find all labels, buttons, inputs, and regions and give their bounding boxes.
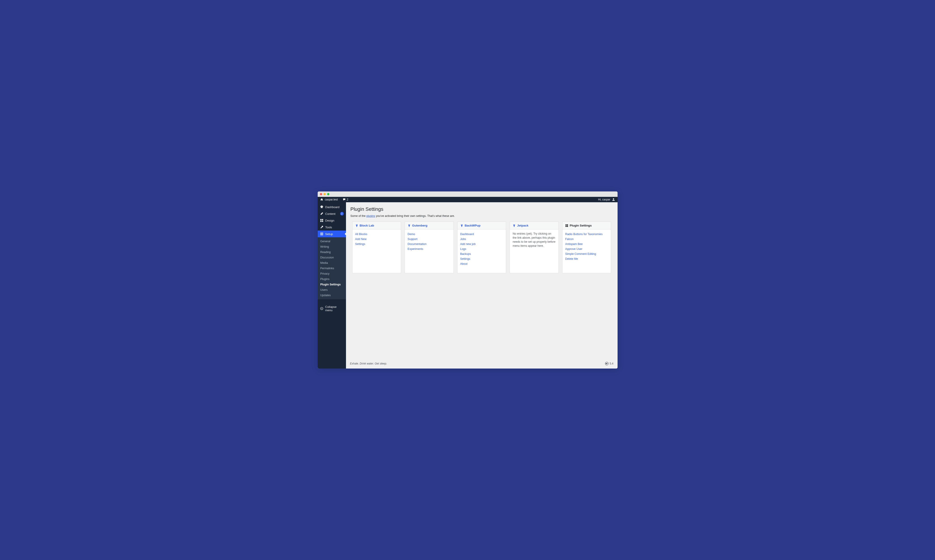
sidebar-item-content[interactable]: Content 2	[318, 210, 346, 217]
user-menu[interactable]: Hi, caspar	[598, 198, 615, 202]
comment-count: 2	[347, 198, 348, 201]
window: caspar.test 2 Hi, caspar	[318, 191, 618, 369]
card-header: Jetpack	[510, 222, 558, 229]
setup-submenu: General Writing Reading Discussion Media…	[318, 237, 346, 299]
minimize-icon[interactable]	[323, 193, 326, 195]
sliders-icon	[320, 232, 323, 236]
card-link[interactable]: Add new job	[460, 242, 503, 246]
svg-rect-4	[322, 221, 323, 222]
home-icon	[320, 198, 323, 202]
submenu-privacy[interactable]: Privacy	[318, 271, 346, 276]
content-area: Plugin Settings Some of the plugins you'…	[346, 202, 618, 369]
admin-bar: caspar.test 2 Hi, caspar	[318, 197, 618, 202]
card-link[interactable]: Jobs	[460, 237, 503, 242]
footer-version: 5.4	[605, 362, 613, 365]
svg-rect-12	[567, 226, 568, 227]
admin-footer: Exhale. Drink water. Get sleep. 5.4	[346, 360, 618, 369]
submenu-permalinks[interactable]: Permalinks	[318, 266, 346, 271]
svg-rect-10	[567, 224, 568, 225]
card-link[interactable]: Backups	[460, 251, 503, 256]
submenu-general[interactable]: General	[318, 238, 346, 244]
comments-link[interactable]: 2	[340, 197, 351, 202]
site-link[interactable]: caspar.test	[318, 197, 340, 202]
close-icon[interactable]	[320, 193, 322, 195]
svg-rect-6	[320, 234, 323, 234]
card-body: Radio Buttons for TaxonomiesFalconAntisp…	[562, 229, 611, 264]
wrench-icon	[320, 225, 323, 229]
plug-icon	[460, 224, 463, 227]
card-header: Plugin Settings	[562, 222, 611, 229]
card-link[interactable]: Support	[408, 237, 451, 242]
card-link[interactable]: Delete Me	[565, 256, 608, 262]
plugins-link[interactable]: plugins	[366, 214, 375, 217]
card-body: DemoSupportDocumentationExperiments	[405, 229, 453, 254]
submenu-plugin-settings[interactable]: Plugin Settings	[318, 282, 346, 287]
plug-icon	[408, 224, 411, 227]
card-link[interactable]: Settings	[355, 242, 398, 246]
sidebar-item-setup[interactable]: Setup	[318, 231, 346, 237]
card-header: BackWPup	[457, 222, 506, 229]
svg-rect-5	[320, 232, 323, 233]
card-title: Plugin Settings	[570, 224, 592, 227]
submenu-discussion[interactable]: Discussion	[318, 255, 346, 260]
card-link[interactable]: Settings	[460, 256, 503, 262]
card-link[interactable]: Dashboard	[460, 232, 503, 237]
footer-text: Exhale. Drink water. Get sleep.	[350, 362, 387, 365]
submenu-media[interactable]: Media	[318, 260, 346, 266]
card-link[interactable]: Documentation	[408, 242, 451, 246]
sidebar-item-label: Setup	[325, 232, 344, 236]
sidebar-item-label: Design	[325, 219, 344, 222]
admin-sidebar: Dashboard Content 2 Design	[318, 202, 346, 369]
submenu-users[interactable]: Users	[318, 287, 346, 292]
card-link[interactable]: About	[460, 262, 503, 266]
card: Block LabAll BlocksAdd NewSettings	[352, 222, 401, 273]
svg-rect-1	[320, 219, 322, 220]
sidebar-item-label: Tools	[325, 226, 344, 229]
card-title[interactable]: Block Lab	[360, 224, 374, 227]
card-link[interactable]: Antispam Bee	[565, 242, 608, 246]
card-link[interactable]: Logs	[460, 246, 503, 251]
card-empty-text: No entries (yet). Try clicking on the li…	[513, 232, 556, 248]
user-icon	[612, 198, 615, 202]
collapse-menu-button[interactable]: Collapse menu	[318, 303, 346, 315]
card-title[interactable]: Jetpack	[517, 224, 528, 227]
card-link[interactable]: All Blocks	[355, 232, 398, 237]
sidebar-item-design[interactable]: Design	[318, 217, 346, 224]
submenu-updates[interactable]: Updates	[318, 292, 346, 298]
card-title[interactable]: BackWPup	[465, 224, 481, 227]
card-title[interactable]: Gutenberg	[412, 224, 427, 227]
card-body: DashboardJobsAdd new jobLogsBackupsSetti…	[457, 229, 506, 269]
maximize-icon[interactable]	[327, 193, 330, 195]
plug-icon	[513, 224, 516, 227]
grid-icon	[320, 218, 323, 222]
card-link[interactable]: Add New	[355, 237, 398, 242]
sidebar-item-dashboard[interactable]: Dashboard	[318, 204, 346, 210]
page-title: Plugin Settings	[351, 206, 613, 212]
dashboard-icon	[320, 205, 323, 209]
sidebar-item-tools[interactable]: Tools	[318, 224, 346, 231]
svg-rect-7	[320, 235, 323, 235]
content-badge: 2	[340, 212, 344, 215]
plug-icon	[355, 224, 358, 227]
submenu-plugins[interactable]: Plugins	[318, 276, 346, 282]
card-link[interactable]: Experiments	[408, 246, 451, 251]
card-link[interactable]: Falcon	[565, 237, 608, 242]
submenu-writing[interactable]: Writing	[318, 244, 346, 249]
card-link[interactable]: Approve User	[565, 246, 608, 251]
svg-point-0	[613, 198, 614, 200]
submenu-reading[interactable]: Reading	[318, 249, 346, 255]
card-link[interactable]: Radio Buttons for Taxonomies	[565, 232, 608, 237]
card-header: Gutenberg	[405, 222, 453, 229]
site-name: caspar.test	[325, 198, 338, 201]
card-body: All BlocksAdd NewSettings	[353, 229, 401, 249]
collapse-label: Collapse menu	[325, 305, 344, 312]
card-body: No entries (yet). Try clicking on the li…	[510, 229, 558, 250]
card-header: Block Lab	[353, 222, 401, 229]
wordpress-icon	[605, 362, 608, 365]
pencil-icon	[320, 212, 323, 215]
cards-row: Block LabAll BlocksAdd NewSettingsGutenb…	[351, 222, 613, 273]
card-link[interactable]: Demo	[408, 232, 451, 237]
card: JetpackNo entries (yet). Try clicking on…	[510, 222, 559, 273]
card-link[interactable]: Simple Comment Editing	[565, 251, 608, 256]
svg-rect-9	[565, 224, 567, 225]
